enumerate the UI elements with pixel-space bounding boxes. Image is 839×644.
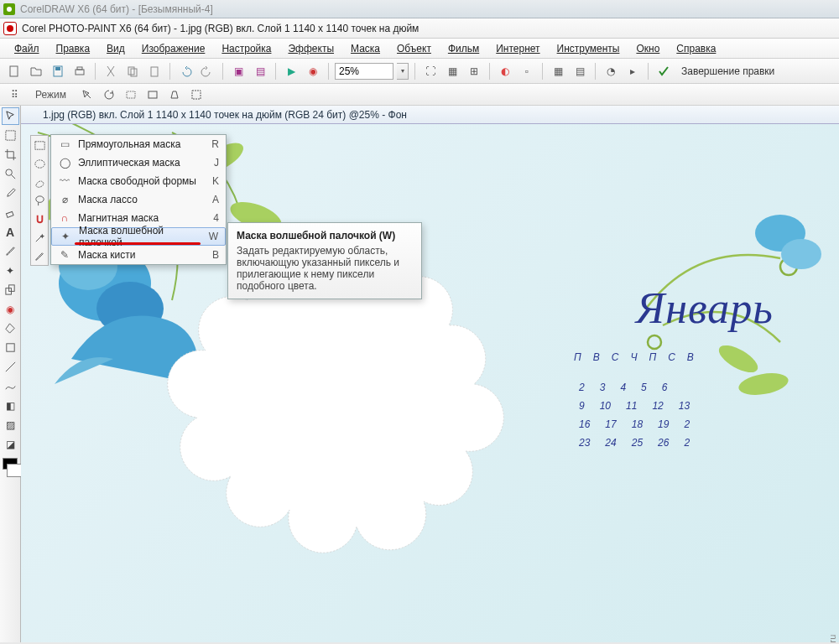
cut-button[interactable]	[102, 62, 120, 80]
mode-normal-button[interactable]	[78, 86, 96, 104]
export-button[interactable]: ▤	[251, 62, 269, 80]
svg-rect-10	[192, 91, 201, 99]
color-swatches[interactable]	[3, 458, 18, 470]
dropshadow-tool[interactable]: ◪	[2, 435, 19, 453]
options-button[interactable]: ▦	[549, 62, 567, 80]
brush-tool[interactable]	[2, 242, 19, 260]
mode-distort-button[interactable]	[143, 86, 162, 104]
menu-help[interactable]: Справка	[669, 40, 723, 57]
flyout-lasso-mask[interactable]: ⌀ Маска лассо A	[51, 190, 226, 209]
standard-toolbar: ▣ ▤ ▶ ◉ 25% ▾ ⛶ ▦ ⊞ ◐ ▫ ▦ ▤ ◔ ▸ Завершен…	[0, 59, 839, 84]
brush-mask-icon: ✎	[58, 248, 71, 262]
fill-tool[interactable]	[2, 319, 19, 337]
welcome-button[interactable]: ◉	[304, 62, 322, 80]
fullscreen-button[interactable]: ⛶	[421, 62, 440, 80]
paste-button[interactable]	[145, 62, 164, 80]
mode-skew-button[interactable]	[122, 86, 140, 104]
menu-file[interactable]: Файл	[7, 40, 47, 57]
copy-button[interactable]	[123, 62, 142, 80]
separator	[648, 63, 649, 80]
rulers-button[interactable]: ▦	[443, 62, 461, 80]
import-button[interactable]: ▣	[229, 62, 248, 80]
path-tool[interactable]	[2, 377, 19, 395]
menu-effects[interactable]: Эффекты	[280, 40, 341, 57]
separator	[222, 63, 223, 80]
print-button[interactable]	[70, 62, 89, 80]
ellipse-mask-icon[interactable]	[31, 154, 49, 173]
svg-point-28	[781, 239, 821, 269]
crop-tool[interactable]	[2, 146, 19, 164]
separator	[542, 63, 543, 80]
calendar-row: 910111213	[571, 400, 839, 412]
dockers-button[interactable]: ▤	[571, 62, 589, 80]
menu-window[interactable]: Окно	[628, 40, 667, 57]
separator	[275, 63, 276, 80]
menu-object[interactable]: Объект	[389, 40, 439, 57]
menu-mask[interactable]: Маска	[343, 40, 388, 57]
menu-view[interactable]: Вид	[99, 40, 133, 57]
tooltip-popup: Маска волшебной палочкой (W) Задать реда…	[227, 222, 422, 299]
svg-rect-31	[35, 141, 44, 148]
menu-image[interactable]: Изображение	[134, 40, 213, 57]
mode-perspective-button[interactable]	[165, 86, 184, 104]
svg-rect-9	[149, 91, 157, 98]
connect-button[interactable]: ◔	[602, 62, 620, 80]
svg-rect-2	[55, 67, 60, 70]
menu-tools[interactable]: Инструменты	[550, 40, 628, 57]
flyout-freehand-mask[interactable]: 〰 Маска свободной формы K	[51, 172, 226, 190]
transparency-tool[interactable]: ▨	[2, 416, 19, 434]
tooltip-body: Задать редактируемую область, включающую…	[237, 245, 399, 292]
interactive-fill-tool[interactable]: ◧	[2, 397, 19, 414]
lasso-mask-icon[interactable]	[31, 191, 49, 210]
eyedropper-tool[interactable]	[2, 184, 19, 202]
effect-tool[interactable]: ✦	[2, 262, 19, 279]
menu-movie[interactable]: Фильм	[440, 40, 487, 57]
flyout-brush-mask[interactable]: ✎ Маска кисти B	[51, 246, 226, 264]
calendar-month: Январь	[571, 283, 839, 333]
magic-wand-mask-icon[interactable]	[31, 228, 49, 247]
grid-button[interactable]: ⊞	[465, 62, 483, 80]
open-button[interactable]	[27, 62, 45, 80]
zoom-level-input[interactable]: 25%	[335, 63, 393, 80]
magnetic-mask-icon[interactable]	[31, 210, 49, 228]
line-tool[interactable]	[2, 358, 19, 376]
flyout-rect-mask[interactable]: ▭ Прямоугольная маска R	[51, 135, 226, 153]
magnetic-mask-icon: ∩	[58, 211, 71, 225]
menu-adjust[interactable]: Настройка	[214, 40, 279, 57]
finish-edit-label: Завершение правки	[681, 65, 774, 77]
photopaint-titlebar[interactable]: Corel PHOTO-PAINT X6 (64 бит) - 1.jpg (R…	[0, 18, 839, 39]
redeye-tool[interactable]: ◉	[2, 300, 19, 318]
finish-edit-button[interactable]	[654, 62, 673, 80]
freehand-mask-icon[interactable]	[31, 173, 49, 191]
coreldraw-icon	[3, 3, 15, 15]
flyout-ellipse-mask[interactable]: ◯ Эллиптическая маска J	[51, 153, 226, 172]
document-tab[interactable]: 1.jpg (RGB) вкл. Слой 1 1140 x 1140 точе…	[21, 106, 839, 124]
eraser-tool[interactable]	[2, 204, 19, 221]
separator	[414, 63, 415, 80]
separator	[95, 63, 96, 80]
redo-button[interactable]	[198, 62, 216, 80]
launch-button[interactable]: ▶	[282, 62, 300, 80]
menu-web[interactable]: Интернет	[488, 40, 547, 57]
mask-tool[interactable]	[2, 127, 19, 144]
shape-tool[interactable]	[2, 339, 19, 356]
new-button[interactable]	[5, 62, 23, 80]
mask-overlay-button[interactable]: ◐	[496, 62, 514, 80]
pick-tool[interactable]	[2, 107, 19, 125]
save-button[interactable]	[49, 62, 67, 80]
mode-rect-button[interactable]	[187, 86, 206, 104]
clone-tool[interactable]	[2, 281, 19, 299]
tray-button[interactable]: ▸	[623, 62, 642, 80]
text-tool[interactable]: A	[2, 223, 19, 241]
clear-mask-button[interactable]: ▫	[518, 62, 536, 80]
brush-mask-icon[interactable]	[31, 247, 49, 265]
svg-point-12	[5, 169, 12, 176]
photopaint-title-text: Corel PHOTO-PAINT X6 (64 бит) - 1.jpg (R…	[22, 23, 419, 34]
calendar-weekdays: ПВСЧПСВ	[571, 351, 839, 363]
mode-rotate-button[interactable]	[100, 86, 118, 104]
undo-button[interactable]	[176, 62, 195, 80]
zoom-tool[interactable]	[2, 165, 19, 183]
rect-mask-icon[interactable]	[31, 136, 49, 154]
zoom-dropdown[interactable]: ▾	[397, 63, 409, 80]
menu-edit[interactable]: Правка	[49, 40, 98, 57]
